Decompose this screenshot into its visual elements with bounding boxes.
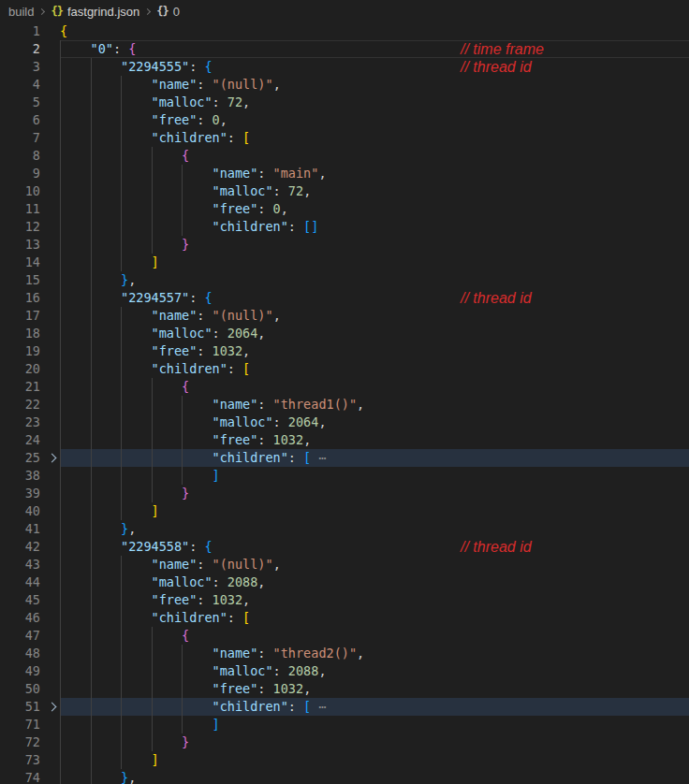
indent-guide	[121, 325, 122, 342]
code-line[interactable]: "free": 1032,	[60, 431, 689, 449]
code-line[interactable]: {	[60, 147, 689, 165]
code-line[interactable]: },	[60, 769, 689, 784]
line-number[interactable]: 50	[0, 680, 40, 698]
code-line[interactable]: "free": 1032,	[60, 680, 689, 698]
line-number[interactable]: 4	[0, 76, 40, 94]
line-number[interactable]: 15	[0, 271, 40, 289]
code-line[interactable]: {	[60, 378, 689, 396]
code-line[interactable]: "malloc": 2064,	[60, 414, 689, 431]
code-line[interactable]: "children": [ ⋯	[60, 698, 689, 716]
code-row-71: 71 ]	[0, 716, 689, 733]
line-number[interactable]: 14	[0, 254, 40, 271]
line-number[interactable]: 40	[0, 502, 40, 520]
code-line[interactable]: "free": 1032,	[60, 591, 689, 609]
breadcrumb-item-symbol[interactable]: 0	[173, 5, 180, 19]
code-line[interactable]: },	[60, 271, 689, 289]
code-line[interactable]: "2294555": {// thread id	[60, 58, 689, 76]
line-number[interactable]: 6	[0, 111, 40, 129]
line-number[interactable]: 45	[0, 591, 40, 609]
code-line[interactable]: "free": 1032,	[60, 342, 689, 360]
line-number[interactable]: 71	[0, 716, 40, 733]
code-line[interactable]: "name": "(null)",	[60, 556, 689, 573]
line-number[interactable]: 11	[0, 200, 40, 218]
line-number[interactable]: 49	[0, 662, 40, 680]
line-number[interactable]: 2	[0, 40, 40, 58]
fold-chevron-icon[interactable]	[48, 702, 58, 712]
token-num: 72	[227, 94, 242, 109]
code-line[interactable]: ]	[60, 716, 689, 733]
line-number[interactable]: 72	[0, 733, 40, 751]
code-line[interactable]: ]	[60, 751, 689, 769]
line-number[interactable]: 42	[0, 538, 40, 556]
code-line[interactable]: }	[60, 733, 689, 751]
line-number[interactable]: 44	[0, 573, 40, 591]
line-number[interactable]: 38	[0, 467, 40, 485]
code-line[interactable]: "children": []	[60, 218, 689, 236]
code-line[interactable]: "name": "main",	[60, 165, 689, 182]
line-number[interactable]: 18	[0, 325, 40, 342]
code-line[interactable]: }	[60, 236, 689, 254]
line-number[interactable]: 20	[0, 360, 40, 378]
line-number[interactable]: 10	[0, 182, 40, 200]
indent-guide	[121, 254, 122, 271]
line-number[interactable]: 23	[0, 414, 40, 431]
line-number[interactable]: 22	[0, 396, 40, 414]
code-line[interactable]: ]	[60, 254, 689, 271]
line-number[interactable]: 17	[0, 307, 40, 325]
line-number[interactable]: 1	[0, 22, 40, 40]
line-number[interactable]: 19	[0, 342, 40, 360]
code-line[interactable]: "malloc": 72,	[60, 182, 689, 200]
code-line[interactable]: "malloc": 72,	[60, 94, 689, 111]
line-number[interactable]: 16	[0, 289, 40, 307]
code-line[interactable]: "malloc": 2088,	[60, 573, 689, 591]
code-line[interactable]: ]	[60, 502, 689, 520]
code-line[interactable]: "free": 0,	[60, 111, 689, 129]
code-line[interactable]: "name": "(null)",	[60, 307, 689, 325]
line-number[interactable]: 41	[0, 520, 40, 538]
code-line[interactable]: "name": "(null)",	[60, 76, 689, 94]
line-number[interactable]: 5	[0, 94, 40, 111]
line-number[interactable]: 74	[0, 769, 40, 784]
code-row-15: 15 },	[0, 271, 689, 289]
line-number[interactable]: 39	[0, 485, 40, 502]
breadcrumb-item-build[interactable]: build	[8, 5, 34, 19]
line-number[interactable]: 8	[0, 147, 40, 165]
code-line[interactable]: "name": "thread1()",	[60, 396, 689, 414]
code-line[interactable]: "2294558": {// thread id	[60, 538, 689, 556]
code-text: "free": 1032,	[60, 592, 250, 607]
indent-guide	[91, 396, 92, 414]
code-line[interactable]: "children": [	[60, 609, 689, 627]
code-line[interactable]: "malloc": 2088,	[60, 662, 689, 680]
code-line[interactable]: "name": "thread2()",	[60, 645, 689, 662]
code-line[interactable]: "children": [ ⋯	[60, 449, 689, 467]
code-line[interactable]: {	[60, 22, 689, 40]
code-line[interactable]: ]	[60, 467, 689, 485]
line-number[interactable]: 48	[0, 645, 40, 662]
line-number[interactable]: 7	[0, 129, 40, 147]
token-pun: ,	[128, 272, 136, 287]
line-number[interactable]: 9	[0, 165, 40, 182]
code-line[interactable]: },	[60, 520, 689, 538]
code-line[interactable]: "0": {// time frame	[60, 40, 689, 58]
fold-chevron-icon[interactable]	[48, 453, 58, 463]
line-number[interactable]: 3	[0, 58, 40, 76]
line-number[interactable]: 24	[0, 431, 40, 449]
code-line[interactable]: "children": [	[60, 129, 689, 147]
gutter: 2	[0, 40, 60, 58]
line-number[interactable]: 51	[0, 698, 40, 716]
code-line[interactable]: "2294557": {// thread id	[60, 289, 689, 307]
code-line[interactable]: "malloc": 2064,	[60, 325, 689, 342]
line-number[interactable]: 25	[0, 449, 40, 467]
code-line[interactable]: "children": [	[60, 360, 689, 378]
code-line[interactable]: {	[60, 627, 689, 645]
line-number[interactable]: 43	[0, 556, 40, 573]
line-number[interactable]: 73	[0, 751, 40, 769]
line-number[interactable]: 21	[0, 378, 40, 396]
line-number[interactable]: 46	[0, 609, 40, 627]
code-line[interactable]: }	[60, 485, 689, 502]
code-line[interactable]: "free": 0,	[60, 200, 689, 218]
line-number[interactable]: 47	[0, 627, 40, 645]
line-number[interactable]: 12	[0, 218, 40, 236]
breadcrumb-item-file[interactable]: fastgrind.json	[67, 5, 139, 19]
line-number[interactable]: 13	[0, 236, 40, 254]
